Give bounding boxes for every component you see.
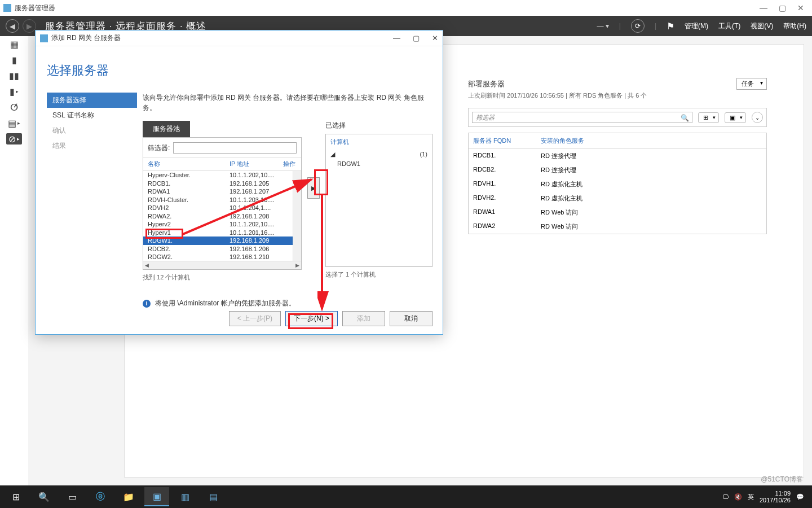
col-roles[interactable]: 安装的角色服务 [541,137,584,145]
dialog-icon [40,34,48,42]
menu-help[interactable]: 帮助(H) [783,21,806,31]
sidebar-rail: ▦ ▮ ▮▮ ▮▸ ⵚ ▤▸ ⊘▸ [0,36,28,499]
menu-view[interactable]: 视图(V) [751,21,773,31]
col-op[interactable]: 操作 [283,160,295,168]
deploy-panel: 部署服务器 上次刷新时间 2017/10/26 10:56:55 | 所有 RD… [468,79,767,234]
col-fqdn[interactable]: 服务器 FQDN [473,137,541,145]
filter-pill-1[interactable]: ⊞ [698,112,719,123]
forward-button[interactable]: ▶ [23,19,36,33]
app-icon [3,4,11,12]
window-titlebar: 服务器管理器 — ▢ ✕ [0,0,812,16]
explorer-icon[interactable]: 📁 [116,487,141,506]
table-row[interactable]: RDVH2.RD 虚拟化主机 [469,191,766,205]
rail-iis-icon[interactable]: ⵚ [8,102,20,113]
filter-label: 筛选器: [148,143,170,153]
maximize-button[interactable]: ▢ [779,3,786,12]
selected-col-header: 计算机 [330,138,427,146]
app-icon-2[interactable]: ▤ [201,487,226,506]
tab-server-pool[interactable]: 服务器池 [143,121,190,137]
watermark: @51CTO博客 [761,475,803,484]
search-icon[interactable]: 🔍 [681,114,689,122]
search-button[interactable]: 🔍 [32,487,56,506]
table-row[interactable]: RDWA2RD Web 访问 [469,220,766,234]
server-pool-box: 筛选器: 名称 IP 地址 操作 Hyperv-Cluster.10.1.1.2… [143,137,302,270]
selected-heading: 已选择 [325,121,433,130]
table-row[interactable]: RDVH1.RD 虚拟化主机 [469,177,766,191]
selected-count: (1) [420,151,427,158]
cancel-button[interactable]: 取消 [390,311,433,326]
table-row[interactable]: RDCB2.RD 连接代理 [469,163,766,177]
hscrollbar[interactable]: ◀▶ [143,261,301,269]
deploy-filterbar: 🔍 ⊞ ▣ ⌄ [468,108,767,127]
close-button[interactable]: ✕ [797,3,804,12]
server-manager-icon[interactable]: ▣ [144,487,169,506]
list-item: Hyperv110.1.1.201,16.... [143,229,301,237]
deploy-filter-input[interactable] [472,112,692,123]
credential-note: i 将使用 \Administrator 帐户的凭据添加服务器。 [143,299,433,308]
minimize-button[interactable]: — [760,3,767,12]
dialog-minimize-button[interactable]: — [393,34,400,42]
list-item: RDVH-Cluster.10.1.1.203,10.... [143,196,301,204]
deploy-title: 部署服务器 [468,79,767,89]
list-item-selected: RDGW1.192.168.1.209 [143,237,301,245]
table-row[interactable]: RDCB1.RD 连接代理 [469,149,766,163]
taskbar: ⊞ 🔍 ▭ ⓔ 📁 ▣ ▥ ▤ 🖵 🔇 英 11:09 2017/10/26 💬 [0,485,812,508]
selected-box: 计算机 ◢ (1) RDGW1 [325,134,433,267]
dialog-description: 该向导允许你向部署中添加 RD 网关 台服务器。请选择要在哪些服务器上安装 RD… [143,93,433,113]
ime-indicator[interactable]: 英 [748,493,754,501]
start-button[interactable]: ⊞ [3,487,28,506]
step-server-select[interactable]: 服务器选择 [47,93,137,108]
refresh-button[interactable]: ⟳ [631,19,645,33]
found-count: 找到 12 个计算机 [143,273,302,282]
rail-all-icon[interactable]: ▮▮ [8,70,20,81]
window-title: 服务器管理器 [15,3,55,13]
info-icon: i [143,300,151,308]
col-ip[interactable]: IP 地址 [230,160,283,168]
selected-item[interactable]: RDGW1 [330,160,427,167]
tray-sound-icon[interactable]: 🔇 [734,493,742,501]
rail-dashboard-icon[interactable]: ▦ [8,38,20,50]
menu-tools[interactable]: 工具(T) [718,21,740,31]
back-button[interactable]: ◀ [6,19,19,33]
dialog-title: 添加 RD 网关 台服务器 [51,33,121,43]
table-row[interactable]: RDWA1RD Web 访问 [469,205,766,220]
tray-network-icon[interactable]: 🖵 [722,493,729,500]
menu-manage[interactable]: 管理(M) [685,21,708,31]
rail-files-icon[interactable]: ▮▸ [8,86,20,97]
dash-indicator: — ▾ [597,22,608,30]
notifications-icon[interactable]: 💬 [796,493,804,501]
pool-filter-input[interactable] [173,142,297,154]
list-item: RDWA1192.168.1.207 [143,187,301,196]
dialog-heading: 选择服务器 [36,46,443,79]
next-button[interactable]: 下一步(N) > [285,311,338,326]
rail-local-icon[interactable]: ▮ [8,54,20,65]
server-pool-list[interactable]: Hyperv-Cluster.10.1.1.202,10.... RDCB1.1… [143,170,301,261]
list-item: Hyperv210.1.1.202,10.... [143,220,301,229]
dialog-maximize-button[interactable]: ▢ [413,34,420,42]
clock[interactable]: 11:09 2017/10/26 [760,490,791,503]
filter-pill-2[interactable]: ▣ [725,112,746,123]
list-item: RDGW2.192.168.1.210 [143,253,301,261]
flag-icon[interactable]: ⚑ [667,21,674,32]
add-arrow-button[interactable]: ▶ [307,177,320,199]
dialog-close-button[interactable]: ✕ [432,34,438,42]
vscrollbar[interactable] [293,171,301,261]
prev-button: < 上一步(P) [229,311,281,326]
tasks-dropdown[interactable]: 任务 [736,78,767,90]
step-result: 结果 [47,138,137,154]
step-ssl-cert[interactable]: SSL 证书名称 [47,108,137,123]
rail-rds-icon[interactable]: ⊘▸ [6,133,22,144]
col-name[interactable]: 名称 [148,160,230,168]
list-item: Hyperv-Cluster.10.1.1.202,10.... [143,171,301,179]
tree-toggle-icon[interactable]: ◢ [330,151,335,158]
expand-button[interactable]: ⌄ [752,112,763,123]
dialog-titlebar: 添加 RD 网关 台服务器 — ▢ ✕ [36,30,443,46]
taskview-button[interactable]: ▭ [60,487,85,506]
selected-footer: 选择了 1 个计算机 [325,270,433,279]
add-button: 添加 [342,311,385,326]
list-item: RDVH210.1.1.204,1.... [143,204,301,212]
ie-icon[interactable]: ⓔ [88,487,113,506]
rail-hyperv-icon[interactable]: ▤▸ [8,117,20,129]
app-icon-1[interactable]: ▥ [173,487,197,506]
deploy-table: 服务器 FQDN 安装的角色服务 RDCB1.RD 连接代理 RDCB2.RD … [468,133,767,234]
